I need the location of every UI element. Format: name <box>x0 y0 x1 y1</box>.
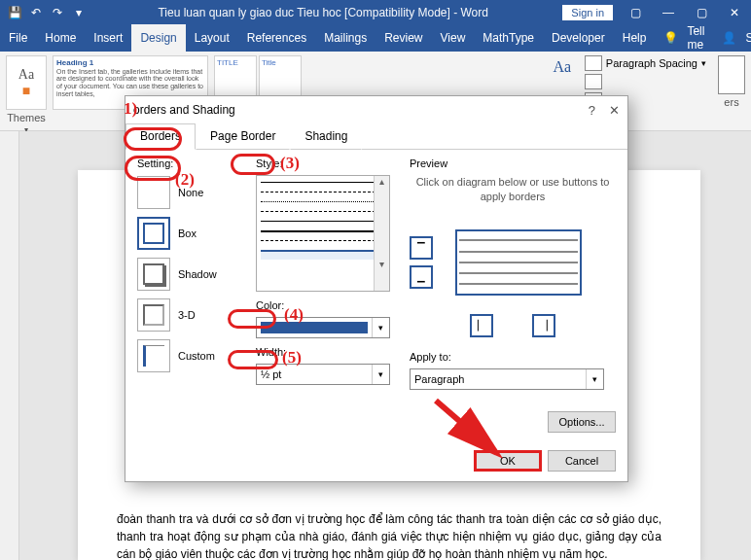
chevron-down-icon: ▾ <box>372 318 389 337</box>
tab-home[interactable]: Home <box>36 24 85 52</box>
tab-references[interactable]: References <box>238 24 315 52</box>
preview-diagram[interactable] <box>441 219 596 306</box>
dialog-tabs: Borders Page Border Shading <box>125 123 627 150</box>
page-borders-icon[interactable] <box>718 55 745 94</box>
maximize-icon[interactable]: ▢ <box>685 0 718 24</box>
document-title: Tieu luan quan ly giao duc Tieu hoc [Com… <box>89 6 556 19</box>
border-left-button[interactable]: ▏ <box>470 314 493 337</box>
effects-icon[interactable] <box>585 74 602 89</box>
border-top-button[interactable]: ▔ <box>410 236 433 260</box>
tab-file[interactable]: File <box>0 24 36 52</box>
vertical-ruler <box>0 131 19 560</box>
dialog-titlebar: orders and Shading ? ✕ <box>125 96 627 123</box>
undo-icon[interactable]: ↶ <box>25 0 47 24</box>
cancel-button[interactable]: Cancel <box>548 450 616 472</box>
setting-column: Setting: None Box Shadow 3-D Custom <box>137 158 256 441</box>
style-scrollbar[interactable]: ▴▾ <box>374 176 389 291</box>
ribbon-options-icon[interactable]: ▢ <box>619 0 652 24</box>
color-swatch <box>261 322 368 333</box>
tab-help[interactable]: Help <box>614 24 656 52</box>
setting-3d[interactable]: 3-D <box>137 298 256 332</box>
setting-label: Setting: <box>137 158 256 169</box>
tab-mathtype[interactable]: MathType <box>474 24 543 52</box>
tellme-icon[interactable]: 💡 <box>655 24 678 52</box>
dialog-close-icon[interactable]: ✕ <box>609 103 620 118</box>
setting-none[interactable]: None <box>137 175 256 210</box>
borders-shading-dialog: orders and Shading ? ✕ Borders Page Bord… <box>125 95 628 482</box>
tab-developer[interactable]: Developer <box>543 24 614 52</box>
color-dropdown[interactable]: ▾ <box>256 317 390 338</box>
tab-review[interactable]: Review <box>376 24 431 52</box>
preview-bottom-buttons: ▏ ▕ <box>410 314 616 337</box>
help-icon[interactable]: ? <box>589 103 595 118</box>
share-icon[interactable]: 👤 <box>713 24 736 52</box>
tab-mailings[interactable]: Mailings <box>315 24 376 52</box>
body-text-1: đoàn thanh tra và dưới cơ sở đơn vị trườ… <box>117 510 662 560</box>
dialog-buttons: Options... OK Cancel <box>474 450 616 472</box>
dialog-title: orders and Shading <box>133 103 235 117</box>
redo-icon[interactable]: ↷ <box>47 0 68 24</box>
qat-dropdown-icon[interactable]: ▾ <box>68 0 89 24</box>
applyto-section: Apply to: Paragraph ▾ <box>410 351 616 390</box>
quick-access-toolbar: 💾 ↶ ↷ ▾ <box>0 0 89 24</box>
style-column: Style: ▴▾ Color: ▾ Width: ½ pt ▾ <box>256 158 400 441</box>
preview-column: Preview Click on diagram below or use bu… <box>400 158 616 441</box>
paragraph-spacing-icon[interactable] <box>585 55 602 71</box>
ok-button[interactable]: OK <box>474 450 542 472</box>
themes-button[interactable]: Aa ■ <box>6 55 47 110</box>
minimize-icon[interactable]: — <box>652 0 685 24</box>
ribbon-tabs: File Home Insert Design Layout Reference… <box>0 24 751 52</box>
close-icon[interactable]: ✕ <box>718 0 751 24</box>
applyto-label: Apply to: <box>410 351 616 363</box>
width-dropdown[interactable]: ½ pt ▾ <box>256 364 390 385</box>
signin-button[interactable]: Sign in <box>562 5 613 20</box>
tab-insert[interactable]: Insert <box>85 24 131 52</box>
themes-label: Themes <box>7 112 46 123</box>
window-controls: ▢ — ▢ ✕ <box>619 0 751 24</box>
border-right-button[interactable]: ▕ <box>532 314 555 337</box>
applyto-dropdown[interactable]: Paragraph ▾ <box>410 368 604 390</box>
setting-shadow[interactable]: Shadow <box>137 257 256 292</box>
themes-group: Aa ■ Themes ▾ <box>6 55 47 134</box>
aa-icon-2[interactable]: Aa <box>550 55 575 79</box>
setting-custom[interactable]: Custom <box>137 338 256 373</box>
style-label: Style: <box>256 158 400 169</box>
tab-page-border[interactable]: Page Border <box>196 123 290 150</box>
save-icon[interactable]: 💾 <box>4 0 25 24</box>
style-listbox[interactable]: ▴▾ <box>256 175 390 292</box>
tab-shading[interactable]: Shading <box>290 123 362 150</box>
borders-group: ers <box>718 55 745 108</box>
tab-borders[interactable]: Borders <box>125 123 196 150</box>
setting-box[interactable]: Box <box>137 216 256 251</box>
tab-view[interactable]: View <box>432 24 475 52</box>
preview-label: Preview <box>410 158 616 169</box>
chevron-down-icon: ▾ <box>586 369 603 389</box>
share-label[interactable]: Share <box>736 24 751 52</box>
themes-aa-icon: Aa <box>18 67 34 83</box>
preview-hint: Click on diagram below or use buttons to… <box>410 175 616 205</box>
chevron-down-icon: ▾ <box>372 365 389 384</box>
dialog-body: Setting: None Box Shadow 3-D Custom <box>125 150 627 441</box>
titlebar: 💾 ↶ ↷ ▾ Tieu luan quan ly giao duc Tieu … <box>0 0 751 24</box>
tellme-label[interactable]: Tell me <box>678 24 713 52</box>
border-bottom-button[interactable]: ▁ <box>410 265 433 289</box>
tab-layout[interactable]: Layout <box>186 24 238 52</box>
color-label: Color: <box>256 299 400 311</box>
tab-design[interactable]: Design <box>131 24 185 52</box>
options-button[interactable]: Options... <box>548 411 616 433</box>
width-label: Width: <box>256 346 400 358</box>
preview-left-buttons: ▔ ▁ <box>410 236 433 289</box>
